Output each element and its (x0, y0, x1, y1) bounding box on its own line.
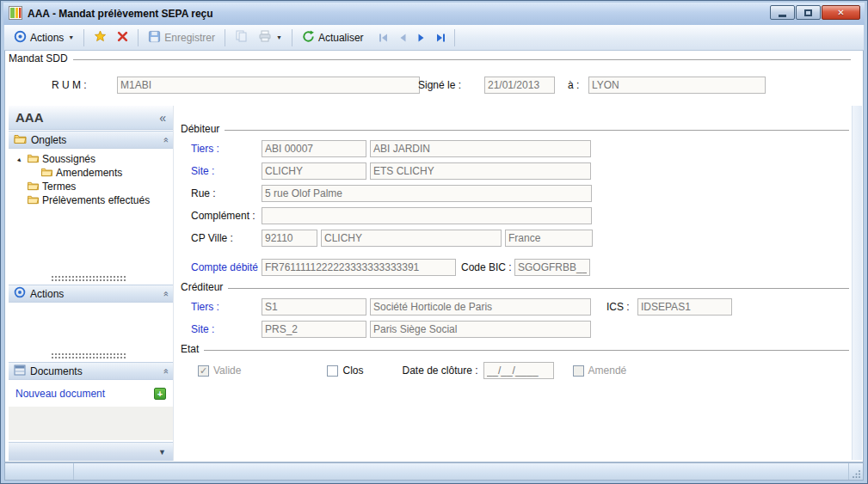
add-document-button[interactable]: + (154, 388, 166, 400)
amende-checkbox[interactable] (573, 365, 584, 377)
actions-menu-button[interactable]: Actions ▼ (9, 28, 78, 48)
ics-input[interactable] (637, 298, 732, 316)
crediteur-tiers-label: Tiers : (191, 301, 262, 313)
onglets-tree: ▼ Soussignés Amendements Termes (9, 152, 173, 207)
titlebar[interactable]: AAA - Mandat prélèvement SEPA reçu ✕ (3, 3, 865, 25)
maximize-button[interactable] (796, 5, 821, 20)
group-divider (228, 288, 849, 289)
actions-section-header[interactable]: Actions » (9, 285, 173, 303)
chevron-down-icon: ▼ (68, 34, 74, 40)
crediteur-tiers-code-input[interactable] (262, 298, 366, 316)
new-document-link[interactable]: Nouveau document (15, 388, 105, 400)
new-button[interactable] (89, 28, 111, 47)
status-cell-left (5, 463, 74, 480)
collapse-section-icon[interactable]: » (160, 137, 170, 142)
refresh-label: Actualiser (318, 32, 364, 44)
debiteur-tiers-name-input[interactable] (370, 140, 591, 157)
workspace: Mandat SDD R U M : Signé le : à : AAA « (4, 51, 864, 463)
save-button[interactable]: Enregistrer (144, 28, 219, 48)
crediteur-site-name-input[interactable] (370, 321, 591, 338)
tree-item-soussignes[interactable]: ▼ Soussignés (9, 152, 173, 166)
tree-item-prelevements[interactable]: Prélèvements effectués (9, 193, 173, 207)
compte-debite-label: Compte débité : (191, 261, 262, 273)
nav-next-icon (415, 31, 428, 45)
nav-previous-button[interactable] (394, 29, 411, 46)
sidebar: AAA « Onglets » ▼ Soussignés (9, 106, 174, 461)
ics-label: ICS : (606, 301, 637, 313)
nav-last-button[interactable] (432, 29, 449, 46)
app-icon (9, 6, 22, 22)
refresh-button[interactable]: Actualiser (298, 28, 368, 48)
group-divider (73, 59, 851, 60)
close-button[interactable]: ✕ (822, 5, 860, 20)
chevron-down-icon[interactable]: ▼ (158, 448, 166, 456)
debiteur-site-code-input[interactable] (262, 162, 366, 180)
actions-section-label: Actions (30, 288, 158, 300)
folder-icon (14, 133, 27, 147)
delete-x-icon (117, 31, 128, 45)
dotted-separator (52, 353, 126, 358)
folder-icon (40, 167, 53, 180)
complement-input[interactable] (262, 207, 592, 224)
scrollbar-track[interactable] (852, 106, 862, 460)
save-disk-icon (148, 30, 161, 46)
tree-item-label: Amendements (56, 167, 122, 179)
toolbar-separator (138, 29, 139, 46)
signed-date-input[interactable] (484, 77, 555, 94)
clos-checkbox[interactable] (327, 365, 338, 377)
delete-button[interactable] (113, 28, 132, 47)
minimize-icon (779, 15, 786, 17)
refresh-icon (302, 30, 315, 46)
status-cell-main (74, 463, 849, 480)
crediteur-site-code-input[interactable] (262, 321, 366, 338)
minimize-button[interactable] (770, 5, 795, 20)
sidebar-collapse-icon[interactable]: « (159, 111, 166, 125)
crediteur-tiers-name-input[interactable] (370, 298, 591, 316)
tree-item-amendements[interactable]: Amendements (9, 166, 173, 180)
window-title: AAA - Mandat prélèvement SEPA reçu (28, 8, 213, 20)
pays-input[interactable] (505, 230, 593, 247)
actions-target-icon (14, 30, 27, 46)
copy-sheets-button[interactable] (231, 28, 252, 47)
resize-grip[interactable] (849, 463, 863, 480)
toolbar-separator (292, 29, 292, 46)
maximize-icon (804, 9, 812, 16)
rue-label: Rue : (191, 187, 262, 199)
sidebar-bottom-bar: ▼ (9, 442, 173, 461)
tree-expander-icon[interactable]: ▼ (14, 153, 24, 165)
collapse-section-icon[interactable]: » (160, 291, 170, 296)
compte-debite-input[interactable] (262, 259, 456, 276)
debiteur-site-name-input[interactable] (370, 162, 591, 180)
etat-group-label: Etat (181, 343, 199, 355)
crediteur-group: Créditeur (181, 281, 849, 293)
nav-first-button[interactable] (375, 29, 392, 46)
close-icon: ✕ (837, 8, 844, 17)
rue-input[interactable] (262, 185, 592, 202)
debiteur-tiers-code-input[interactable] (262, 140, 366, 157)
valide-checkbox[interactable]: ✓ (198, 365, 209, 377)
documents-section-label: Documents (30, 365, 158, 377)
mandat-group-label: Mandat SDD (9, 52, 68, 64)
toolbar-separator (454, 29, 455, 46)
signed-place-input[interactable] (588, 77, 766, 94)
cp-input[interactable] (262, 230, 317, 247)
main-form: Débiteur Tiers : Site : Rue : Complément… (179, 106, 851, 460)
clos-label: Clos (342, 365, 363, 377)
debiteur-group-label: Débiteur (181, 123, 219, 135)
rum-input[interactable] (117, 77, 420, 94)
documents-section-header[interactable]: Documents » (9, 362, 173, 380)
signed-date-label: Signé le : (418, 79, 461, 91)
date-cloture-input[interactable] (483, 362, 554, 379)
tree-item-termes[interactable]: Termes (9, 180, 173, 193)
ville-input[interactable] (321, 230, 502, 247)
nav-next-button[interactable] (413, 29, 430, 46)
print-button[interactable]: ▼ (254, 28, 286, 47)
collapse-section-icon[interactable]: » (160, 368, 170, 373)
actions-menu-label: Actions (30, 32, 64, 44)
grip-dots-icon (853, 469, 861, 478)
code-bic-input[interactable] (514, 259, 590, 276)
printer-icon (258, 30, 272, 45)
onglets-section-header[interactable]: Onglets » (9, 131, 173, 149)
toolbar-separator (225, 29, 225, 46)
sidebar-header: AAA « (9, 106, 173, 130)
